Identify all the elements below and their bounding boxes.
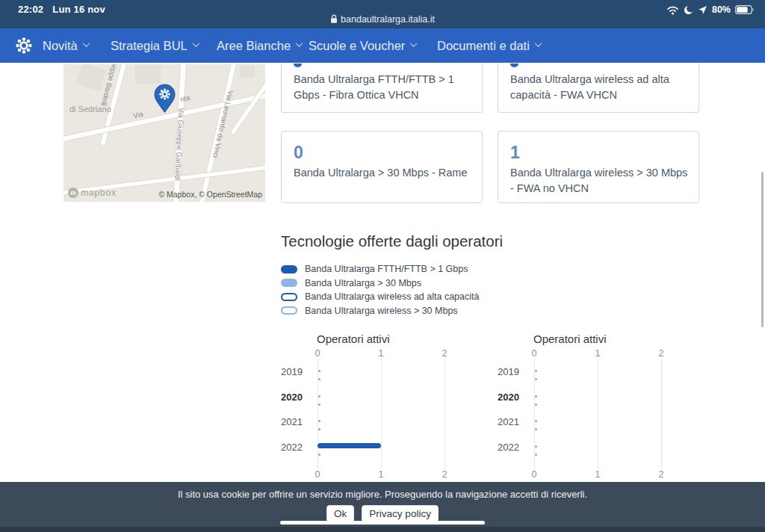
legend-label: Banda Ultralarga wireless ad alta capaci…: [305, 291, 479, 302]
card-rame: 0 Banda Ultralarga > 30 Mbps - Rame: [281, 131, 483, 203]
zero-value-dot: [535, 445, 537, 448]
legend-label: Banda Ultralarga > 30 Mbps: [305, 278, 421, 288]
chevron-down-icon: [410, 40, 418, 47]
nav-item-strategia-bul[interactable]: Strategia BUL: [111, 28, 199, 63]
map-canvas[interactable]: di Sedriano Giuseppe Bardelli Via nta Vi…: [64, 64, 265, 202]
nav-item-label: Documenti e dati: [437, 39, 530, 53]
zero-value-dot: [535, 370, 537, 372]
bottom-bezel-strip: [0, 527, 765, 532]
y-category-label: 2021: [281, 416, 309, 427]
clipped-number-sliver: [510, 64, 518, 67]
y-category-label: 2022: [281, 442, 309, 453]
zero-value-dot: [535, 378, 537, 380]
chart-legend: Banda Ultralarga FTTH/FTTB > 1 Gbps Band…: [281, 262, 479, 318]
gridline: [318, 359, 318, 469]
chevron-down-icon: [192, 40, 199, 47]
chart-title: Operatori attivi: [317, 332, 390, 345]
map-building-block: [135, 64, 161, 84]
x-tick-label: 0: [315, 348, 320, 359]
chevron-down-icon: [82, 40, 90, 47]
screen: 22:02Lun 16 nov bandaultralarga.italia.i…: [0, 0, 765, 532]
y-category-label: 2019: [281, 366, 309, 377]
url-text: bandaultralarga.italia.it: [341, 14, 435, 25]
cookie-message: Il sito usa cookie per offrire un serviz…: [0, 489, 765, 500]
moon-icon: [684, 5, 693, 15]
chevron-down-icon: [296, 40, 303, 47]
mapbox-logo-icon: m: [68, 188, 78, 198]
nav-item-label: Aree Bianche: [217, 39, 291, 53]
y-category-label: 2021: [498, 416, 526, 427]
legend-item: Banda Ultralarga FTTH/FTTB > 1 Gbps: [281, 262, 479, 276]
map-road: [231, 84, 265, 134]
y-category-label: 2022: [498, 442, 526, 453]
mapbox-wordmark: mapbox: [81, 188, 117, 198]
zero-value-dot: [535, 454, 537, 456]
nav-item-novita[interactable]: Novità: [43, 28, 89, 63]
map-building-block: [75, 64, 107, 92]
legend-item: Banda Ultralarga wireless ad alta capaci…: [281, 290, 479, 304]
x-tick-label: 2: [442, 348, 447, 359]
zero-value-dot: [318, 403, 320, 406]
x-tick-label: 0: [532, 469, 537, 480]
time-label: 22:02: [18, 4, 43, 15]
map-attribution[interactable]: © Mapbox, © OpenStreetMap: [158, 190, 262, 199]
bar: [318, 443, 381, 448]
address-bar[interactable]: bandaultralarga.italia.it: [0, 14, 765, 25]
zero-value-dot: [318, 378, 320, 380]
mapbox-logo[interactable]: m mapbox: [68, 188, 117, 198]
nav-item-scuole-voucher[interactable]: Scuole e Voucher: [309, 28, 416, 63]
legend-pill-outline-light: [281, 306, 297, 315]
nav-item-label: Strategia BUL: [111, 39, 188, 53]
gridline: [381, 359, 382, 469]
card-value: 1: [510, 143, 520, 163]
zero-value-dot: [535, 420, 537, 422]
card-label: Banda Ultralarga wireless ad alta capaci…: [510, 72, 688, 103]
x-tick-label: 0: [532, 348, 537, 359]
zero-value-dot: [318, 428, 320, 430]
chart-operatori-attivi-wired: Operatori attivi 012 012 201920202021202…: [281, 332, 453, 482]
status-icons: 80%: [666, 4, 755, 15]
zero-value-dot: [318, 370, 320, 372]
gridline: [534, 359, 535, 469]
nav-item-documenti-dati[interactable]: Documenti e dati: [437, 28, 541, 63]
chevron-down-icon: [534, 40, 542, 47]
cookie-buttons: Ok Privacy policy: [0, 505, 765, 522]
y-category-label: 2020: [498, 392, 526, 403]
y-category-label: 2019: [498, 366, 526, 377]
card-ftth: Banda Ultralarga FTTH/FTTB > 1 Gbps - Fi…: [281, 64, 483, 113]
chart-title: Operatori attivi: [533, 332, 607, 345]
map-marker-pin-icon[interactable]: [153, 84, 176, 114]
chart-operatori-attivi-wireless: Operatori attivi 012 012 201920202021202…: [498, 332, 669, 482]
zero-value-dot: [535, 428, 537, 430]
privacy-policy-button[interactable]: Privacy policy: [362, 505, 439, 522]
x-tick-label: 1: [595, 348, 601, 359]
y-category-label: 2020: [281, 392, 309, 403]
legend-pill-outline-dark: [281, 293, 297, 301]
date-label: Lun 16 nov: [52, 4, 105, 15]
zero-value-dot: [535, 403, 537, 406]
zero-value-dot: [318, 420, 320, 422]
lock-icon: [330, 14, 338, 24]
map-street-label: nta: [179, 93, 191, 104]
clipped-number-sliver: [294, 64, 302, 67]
ok-button[interactable]: Ok: [326, 505, 354, 522]
card-value: 0: [294, 143, 303, 163]
vertical-scrollbar[interactable]: [761, 172, 764, 327]
legend-label: Banda Ultralarga FTTH/FTTB > 1 Gbps: [305, 264, 468, 274]
legend-pill-filled-light: [281, 279, 297, 287]
nav-item-aree-bianche[interactable]: Aree Bianche: [217, 28, 302, 63]
bul-gear-logo-icon[interactable]: [14, 36, 34, 55]
map-street-label: Via: [132, 110, 144, 120]
map-building-block: [240, 66, 255, 78]
clock: 22:02Lun 16 nov: [18, 4, 105, 15]
section-title: Tecnologie offerte dagli operatori: [281, 232, 503, 250]
wifi-icon: [666, 5, 679, 15]
home-indicator[interactable]: [280, 521, 485, 525]
status-bar: 22:02Lun 16 nov bandaultralarga.italia.i…: [0, 0, 765, 28]
nav-item-label: Scuole e Voucher: [309, 39, 405, 53]
zero-value-dot: [535, 395, 537, 398]
x-tick-label: 2: [659, 348, 664, 359]
card-label: Banda Ultralarga FTTH/FTTB > 1 Gbps - Fi…: [294, 72, 471, 103]
location-arrow-icon: [698, 5, 707, 15]
x-tick-label: 1: [379, 348, 384, 359]
